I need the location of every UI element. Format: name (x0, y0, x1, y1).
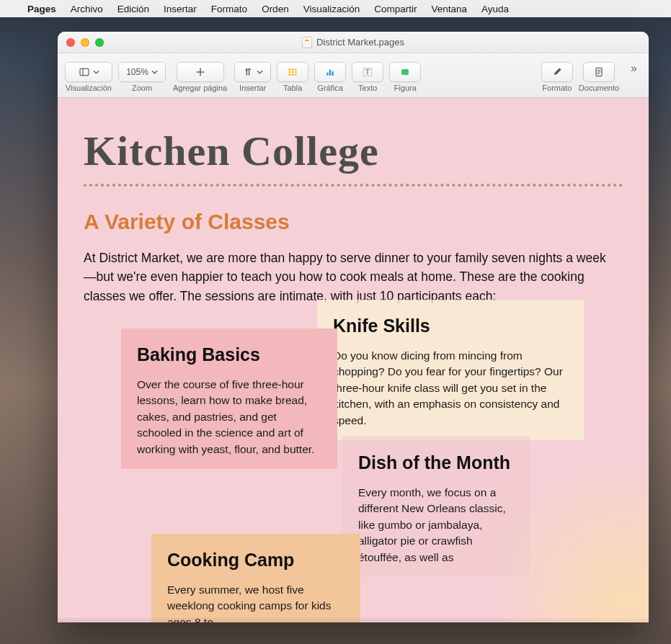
menubar-item-orden[interactable]: Orden (262, 4, 289, 14)
toolbar-insert-button[interactable]: Insertar (234, 62, 271, 92)
toolbar-view-button[interactable]: Visualización (65, 62, 112, 92)
toolbar-shape-label: Figura (394, 84, 417, 92)
card-title[interactable]: Baking Basics (137, 344, 321, 365)
document-canvas[interactable]: Kitchen College A Variety of Classes At … (58, 98, 649, 622)
barchart-icon (324, 66, 336, 78)
window-titlebar[interactable]: District Market.pages (58, 32, 649, 53)
card-title[interactable]: Knife Skills (333, 316, 568, 336)
toolbar-chart-button[interactable]: Gráfica (314, 62, 346, 92)
toolbar-format-label: Formato (542, 84, 572, 92)
toolbar-shape-button[interactable]: Figura (389, 62, 421, 92)
table-icon (287, 66, 298, 78)
svg-rect-5 (332, 71, 334, 76)
pages-window: District Market.pages Visualización 105%… (58, 32, 649, 622)
svg-rect-2 (289, 68, 297, 76)
svg-rect-4 (329, 69, 331, 75)
toolbar-addpage-label: Agregar página (173, 84, 227, 92)
close-button[interactable] (66, 38, 75, 47)
svg-text:T: T (365, 68, 370, 76)
toolbar: Visualización 105% Zoom Agregar página (58, 53, 649, 98)
card-title[interactable]: Cooking Camp (167, 550, 345, 571)
toolbar-text-button[interactable]: T Texto (352, 62, 383, 92)
window-title-text: District Market.pages (316, 37, 404, 48)
toolbar-overflow-button[interactable]: » (626, 62, 641, 75)
toolbar-addpage-button[interactable]: Agregar página (173, 62, 227, 92)
toolbar-chart-label: Gráfica (318, 84, 343, 92)
card-baking-basics[interactable]: Baking Basics Over the course of five th… (121, 328, 337, 469)
dotted-divider (84, 184, 623, 187)
card-knife-skills[interactable]: Knife Skills Do you know dicing from min… (317, 300, 584, 440)
plus-icon (195, 66, 206, 78)
chevron-down-icon (93, 70, 99, 74)
textbox-icon: T (362, 66, 373, 78)
menubar-item-ayuda[interactable]: Ayuda (481, 4, 509, 14)
svg-rect-0 (80, 68, 89, 75)
card-dish-of-month[interactable]: Dish of the Month Every month, we focus … (342, 437, 530, 577)
toolbar-zoom-value: 105% (126, 67, 148, 77)
toolbar-insert-label: Insertar (239, 84, 266, 92)
sidebar-layout-icon (79, 66, 90, 78)
paragraph-icon (242, 66, 254, 78)
shape-icon (399, 66, 411, 78)
menubar-item-insertar[interactable]: Insertar (164, 4, 197, 14)
menubar-item-archivo[interactable]: Archivo (71, 4, 103, 14)
menubar-item-compartir[interactable]: Compartir (374, 4, 417, 14)
card-body[interactable]: Do you know dicing from mincing from cho… (333, 348, 568, 429)
doc-subtitle[interactable]: A Variety of Classes (84, 210, 623, 234)
toolbar-zoom-button[interactable]: 105% Zoom (118, 62, 166, 92)
fullscreen-button[interactable] (95, 38, 104, 47)
menubar-item-ventana[interactable]: Ventana (431, 4, 467, 14)
card-body[interactable]: Every summer, we host five weeklong cook… (167, 582, 345, 622)
svg-rect-8 (401, 69, 409, 75)
card-cooking-camp[interactable]: Cooking Camp Every summer, we host five … (151, 534, 360, 622)
toolbar-view-label: Visualización (66, 84, 112, 92)
chevron-down-icon (257, 70, 263, 74)
toolbar-zoom-label: Zoom (132, 84, 152, 92)
svg-rect-3 (326, 72, 328, 75)
paintbrush-icon (551, 66, 563, 78)
toolbar-document-label: Documento (579, 84, 619, 92)
toolbar-text-label: Texto (358, 84, 377, 92)
toolbar-table-label: Tabla (283, 84, 302, 92)
toolbar-table-button[interactable]: Tabla (277, 62, 308, 92)
menubar-app-name[interactable]: Pages (27, 4, 56, 14)
document-icon (302, 37, 312, 48)
macos-menubar: Pages Archivo Edición Insertar Formato O… (0, 0, 671, 17)
menubar-item-formato[interactable]: Formato (211, 4, 247, 14)
canvas-bottom-edge (58, 618, 649, 622)
window-title: District Market.pages (302, 37, 404, 48)
window-controls (66, 38, 104, 47)
menubar-item-edicion[interactable]: Edición (117, 4, 149, 14)
doc-intro-paragraph[interactable]: At District Market, we are more than hap… (84, 249, 617, 305)
document-icon (593, 66, 605, 78)
toolbar-document-button[interactable]: Documento (579, 62, 619, 92)
chevron-down-icon (151, 70, 158, 74)
doc-title[interactable]: Kitchen College (84, 127, 623, 175)
toolbar-format-button[interactable]: Formato (541, 62, 573, 92)
menubar-item-visualizacion[interactable]: Visualización (303, 4, 360, 14)
card-title[interactable]: Dish of the Month (358, 452, 514, 473)
minimize-button[interactable] (81, 38, 89, 47)
card-body[interactable]: Every month, we focus on a different New… (358, 485, 514, 565)
card-body[interactable]: Over the course of five three-hour lesso… (137, 377, 321, 457)
